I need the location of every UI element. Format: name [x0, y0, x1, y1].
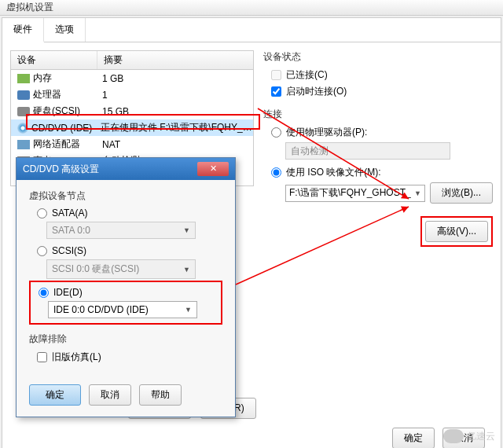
chk-legacy-label: 旧版仿真(L)	[52, 351, 101, 364]
right-panel: 设备状态 已连接(C) 启动时连接(O) 连接 使用物理驱动器(P): 自动检测	[263, 50, 493, 247]
cpu-icon	[17, 90, 30, 100]
rad-ide[interactable]: IDE(D)	[39, 287, 221, 298]
physical-drive-combo: 自动检测	[285, 142, 450, 160]
hw-name: 网络适配器	[33, 138, 102, 151]
rad-iso-label: 使用 ISO 映像文件(M):	[286, 166, 381, 179]
iso-row: F:\迅雷下载\FQHY_GHOST_ ▼ 浏览(B)...	[285, 182, 493, 204]
rad-sata-label: SATA(A)	[52, 207, 88, 218]
cloud-icon	[443, 429, 464, 443]
hw-val: 正在使用文件 F:\迅雷下载\FQHY_G...	[101, 121, 253, 134]
tabs: 硬件 选项	[2, 18, 501, 42]
sata-combo: SATA 0:0 ▼	[46, 222, 196, 239]
hw-header: 设备 摘要	[11, 51, 253, 70]
sub-titlebar[interactable]: CD/DVD 高级设置 ✕	[17, 158, 235, 180]
hw-val: 15 GB	[102, 106, 253, 117]
rad-iso-input[interactable]	[271, 167, 281, 178]
main-titlebar: 虚拟机设置	[0, 0, 503, 16]
chk-connect-on-start[interactable]: 启动时连接(O)	[271, 85, 493, 98]
hw-val: 1 GB	[102, 73, 253, 84]
advanced-row: 高级(V)...	[263, 216, 493, 247]
rad-scsi[interactable]: SCSI(S)	[37, 245, 222, 256]
sub-cancel-button[interactable]: 取消	[89, 384, 131, 406]
rad-physical-label: 使用物理驱动器(P):	[286, 126, 367, 139]
group-status: 设备状态 已连接(C) 启动时连接(O)	[263, 50, 493, 98]
sub-footer: 确定 取消 帮助	[17, 376, 235, 417]
hw-val: 1	[102, 90, 253, 101]
chk-start-input[interactable]	[271, 86, 281, 97]
close-icon[interactable]: ✕	[197, 162, 229, 176]
chk-connected[interactable]: 已连接(C)	[271, 68, 493, 82]
ide-combo[interactable]: IDE 0:0 CD/DVD (IDE) ▼	[48, 301, 197, 318]
hw-row-cddvd[interactable]: CD/DVD (IDE) 正在使用文件 F:\迅雷下载\FQHY_G...	[11, 119, 253, 136]
disk-icon	[17, 107, 30, 116]
cd-icon	[17, 123, 28, 134]
network-icon	[17, 140, 30, 149]
rad-scsi-label: SCSI(S)	[52, 245, 86, 256]
ok-button[interactable]: 确定	[392, 428, 435, 448]
vdn-title: 虚拟设备节点	[29, 189, 222, 203]
tab-options[interactable]: 选项	[44, 18, 86, 42]
rad-iso[interactable]: 使用 ISO 映像文件(M):	[271, 166, 493, 179]
group-connection: 连接 使用物理驱动器(P): 自动检测 使用 ISO 映像文件(M): F:\迅…	[263, 108, 493, 204]
rad-physical[interactable]: 使用物理驱动器(P):	[271, 126, 493, 139]
chevron-down-icon: ▼	[183, 266, 190, 274]
watermark: 亿速云	[443, 429, 495, 443]
hw-header-device[interactable]: 设备	[11, 51, 97, 69]
hw-header-summary[interactable]: 摘要	[97, 51, 253, 69]
hw-row-network[interactable]: 网络适配器 NAT	[11, 136, 253, 152]
chk-connected-label: 已连接(C)	[286, 68, 328, 82]
sub-body: 虚拟设备节点 SATA(A) SATA 0:0 ▼ SCSI(S) SCSI 0…	[17, 180, 235, 376]
chk-legacy-input[interactable]	[37, 352, 47, 362]
ide-highlight: IDE(D) IDE 0:0 CD/DVD (IDE) ▼	[29, 281, 222, 325]
hw-row-cpu[interactable]: 处理器 1	[11, 86, 253, 103]
rad-physical-input[interactable]	[271, 127, 281, 138]
window-title: 虚拟机设置	[6, 1, 53, 14]
hw-row-memory[interactable]: 内存 1 GB	[11, 70, 253, 86]
hw-name: CD/DVD (IDE)	[31, 123, 101, 134]
tab-hardware[interactable]: 硬件	[2, 18, 44, 42]
memory-icon	[17, 74, 30, 83]
hw-row-disk[interactable]: 硬盘(SCSI) 15 GB	[11, 103, 253, 119]
sub-help-button[interactable]: 帮助	[139, 384, 182, 406]
hw-name: 硬盘(SCSI)	[33, 105, 102, 118]
connection-title: 连接	[263, 108, 493, 121]
chk-legacy[interactable]: 旧版仿真(L)	[37, 351, 222, 364]
advanced-dialog: CD/DVD 高级设置 ✕ 虚拟设备节点 SATA(A) SATA 0:0 ▼ …	[16, 157, 236, 417]
rad-sata-input[interactable]	[37, 208, 47, 218]
chk-connected-input	[271, 70, 281, 80]
rad-scsi-input[interactable]	[37, 246, 47, 256]
rad-ide-label: IDE(D)	[53, 287, 83, 298]
advanced-button[interactable]: 高级(V)...	[425, 221, 488, 242]
sub-title: CD/DVD 高级设置	[23, 163, 99, 176]
scsi-combo: SCSI 0:0 硬盘(SCSI) ▼	[46, 259, 196, 279]
sub-ok-button[interactable]: 确定	[29, 384, 81, 406]
iso-path-text: F:\迅雷下载\FQHY_GHOST_	[289, 186, 411, 200]
advanced-highlight: 高级(V)...	[420, 216, 493, 247]
ide-combo-text: IDE 0:0 CD/DVD (IDE)	[53, 304, 149, 315]
chevron-down-icon: ▼	[414, 189, 421, 197]
chk-start-label: 启动时连接(O)	[286, 85, 347, 98]
hw-val: NAT	[102, 139, 253, 150]
rad-sata[interactable]: SATA(A)	[37, 207, 222, 218]
iso-path-combo[interactable]: F:\迅雷下载\FQHY_GHOST_ ▼	[285, 185, 425, 202]
hw-name: 内存	[33, 72, 102, 85]
trouble-title: 故障排除	[29, 332, 222, 346]
status-title: 设备状态	[263, 50, 493, 64]
chevron-down-icon: ▼	[185, 306, 192, 314]
chevron-down-icon: ▼	[183, 226, 190, 234]
browse-button[interactable]: 浏览(B)...	[430, 182, 493, 204]
hw-name: 处理器	[33, 88, 102, 101]
rad-ide-input[interactable]	[39, 288, 49, 298]
